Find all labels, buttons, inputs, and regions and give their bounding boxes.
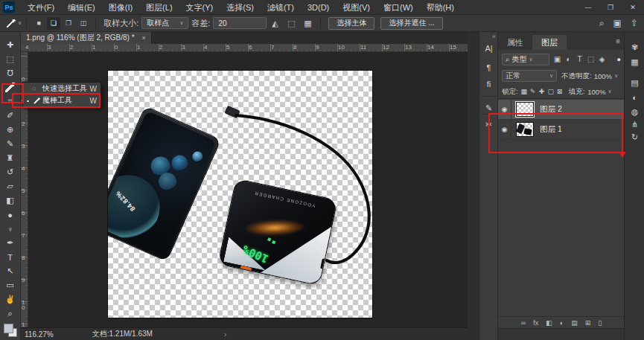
anti-alias-icon[interactable]: ◭ (267, 17, 282, 30)
lasso-tool[interactable]: ℧ (1, 66, 19, 80)
layer-visibility-eye-icon[interactable]: ◉ (498, 120, 511, 139)
magic-wand-tool[interactable] (1, 80, 19, 94)
foreground-color-swatch[interactable] (4, 324, 13, 333)
layer-thumbnail[interactable] (516, 102, 534, 117)
menu-item-7[interactable]: 3D(D) (301, 0, 336, 15)
filter-shape-layers-icon[interactable]: ⬚ (585, 55, 596, 63)
panel-tab-layers[interactable]: 图层 (532, 35, 567, 50)
layer-visibility-eye-icon[interactable]: ◉ (498, 100, 511, 119)
select-subject-button[interactable]: 选择主体 (328, 17, 374, 30)
zoom-tool[interactable]: ⌕ (1, 307, 19, 321)
select-and-mask-button[interactable]: 选择并遮住 ... (380, 17, 442, 30)
delete-layer-icon[interactable]: ▯ (598, 319, 602, 327)
menu-item-5[interactable]: 选择(S) (220, 0, 261, 15)
brush-settings-panel-icon[interactable]: ✎ (479, 103, 498, 113)
layer-effects-icon[interactable]: fx (533, 319, 538, 327)
share-icon[interactable]: ⇧ (631, 18, 638, 28)
zoom-level[interactable]: 116.27% (25, 330, 54, 339)
hand-tool[interactable]: ✌ (1, 292, 19, 307)
panel-tab-properties[interactable]: 属性 (498, 35, 532, 50)
history-brush-tool[interactable]: ↺ (1, 165, 19, 179)
tolerance-input[interactable]: 20 (213, 17, 267, 29)
lock-transparent-icon[interactable]: ▦ (520, 88, 529, 95)
document-tab[interactable]: 1.png @ 116% (图层 2, RGB/8) * × (21, 32, 152, 44)
menu-item-4[interactable]: 文字(Y) (179, 0, 220, 15)
new-selection-icon[interactable]: ■ (32, 17, 45, 30)
layer-filter-select[interactable]: ⌕ 类型 ∨ (502, 54, 549, 65)
gradient-tool[interactable]: ◧ (1, 193, 19, 208)
panel-menu-icon[interactable]: ≡ (616, 37, 620, 45)
menu-item-9[interactable]: 窗口(W) (377, 0, 420, 15)
link-layers-icon[interactable]: ∞ (521, 319, 526, 327)
glyphs-panel-icon[interactable]: ﬁ (479, 80, 498, 89)
history-panel-icon[interactable]: ↻ (625, 132, 644, 142)
sample-size-select[interactable]: 取样点 ∨ (141, 17, 188, 29)
menu-item-3[interactable]: 图层(L) (139, 0, 179, 15)
fill-select[interactable]: 100% ∨ (587, 88, 611, 96)
lock-artboard-icon[interactable]: ▢ (546, 88, 555, 95)
eyedropper-tool[interactable]: ✐ (1, 109, 19, 123)
layer-thumbnail[interactable] (516, 122, 534, 137)
lock-all-icon[interactable]: ⊠ (555, 88, 564, 95)
menu-item-6[interactable]: 滤镜(T) (261, 0, 301, 15)
tool-presets-panel-icon[interactable]: ✂ (479, 120, 498, 129)
pen-tool[interactable]: ✒ (1, 236, 19, 250)
clone-stamp-tool[interactable]: ♜ (1, 151, 19, 165)
adjustments-panel-icon[interactable]: ◐ (625, 93, 644, 102)
brush-tool[interactable]: ✎ (1, 137, 19, 151)
flyout-item-1[interactable]: •魔棒工具W (23, 94, 101, 106)
new-layer-icon[interactable]: ⊞ (585, 319, 591, 327)
paths-panel-icon[interactable]: ⋔ (625, 120, 644, 129)
eraser-tool[interactable]: ▱ (1, 179, 19, 193)
close-button[interactable]: ✕ (622, 0, 644, 15)
layer-group-icon[interactable]: ▤ (571, 319, 578, 327)
paragraph-panel-icon[interactable]: ¶ (479, 63, 498, 72)
expand-panels-icon[interactable]: « (492, 33, 496, 40)
dodge-tool[interactable]: ♀ (1, 222, 19, 236)
menu-item-10[interactable]: 帮助(H) (420, 0, 461, 15)
styles-panel-icon[interactable]: ◍ (625, 107, 644, 117)
chevron-right-icon[interactable]: › (224, 330, 226, 339)
healing-brush-tool[interactable]: ⊕ (1, 123, 19, 137)
current-tool-badge[interactable]: ∨ (6, 19, 22, 28)
menu-item-0[interactable]: 文件(F) (21, 0, 61, 15)
marquee-tool[interactable]: ⬚ (1, 52, 19, 66)
sample-all-layers-icon[interactable]: ▦ (300, 17, 315, 30)
path-select-tool[interactable]: ↖ (1, 264, 19, 278)
filter-pixel-layers-icon[interactable]: ▣ (552, 55, 563, 63)
lock-pixels-icon[interactable]: ✎ (529, 88, 538, 95)
move-tool[interactable]: ✚ (1, 38, 19, 52)
type-tool[interactable]: T (1, 250, 19, 264)
search-icon[interactable]: ⌕ (599, 18, 605, 28)
blur-tool[interactable]: ● (1, 208, 19, 222)
shape-tool[interactable]: ▭ (1, 278, 19, 292)
minimize-button[interactable]: — (577, 0, 599, 15)
canvas[interactable]: 84.82% YOOZONE CHARGER 100% (108, 71, 372, 318)
filter-type-layers-icon[interactable]: T (574, 55, 585, 63)
restore-button[interactable]: ❐ (599, 0, 622, 15)
foreground-background-swatches[interactable] (3, 324, 18, 338)
adjustment-layer-icon[interactable]: ◐ (560, 319, 564, 327)
filter-adjustment-layers-icon[interactable]: ◐ (563, 55, 574, 63)
opacity-select[interactable]: 100% ∨ (594, 72, 618, 80)
blend-mode-select[interactable]: 正常 ∨ (502, 70, 557, 82)
contiguous-icon[interactable]: ⬚ (284, 17, 299, 30)
filter-toggle-icon[interactable]: ● (617, 56, 621, 63)
menu-item-1[interactable]: 编辑(E) (61, 0, 102, 15)
crop-tool[interactable]: ⌗ (1, 94, 19, 109)
swatches-panel-icon[interactable]: ▦ (625, 57, 644, 67)
menu-item-8[interactable]: 视图(V) (336, 0, 377, 15)
intersect-selection-icon[interactable]: ◫ (77, 17, 90, 30)
color-panel-icon[interactable]: ✾ (625, 42, 644, 52)
menu-item-2[interactable]: 图像(I) (102, 0, 139, 15)
add-to-selection-icon[interactable]: ❏ (47, 17, 60, 30)
character-panel-icon[interactable]: A| (479, 44, 498, 53)
workspace-switcher-icon[interactable]: ▣ (613, 18, 622, 28)
layer-mask-icon[interactable]: ◧ (546, 319, 552, 327)
layer-row-图层2[interactable]: ◉图层 2 (498, 100, 625, 120)
layer-row-图层1[interactable]: ◉图层 1 (498, 120, 625, 140)
lock-position-icon[interactable]: ✚ (538, 88, 546, 95)
libraries-panel-icon[interactable]: ▤ (625, 78, 644, 88)
filter-smart-objects-icon[interactable]: ◈ (596, 55, 608, 63)
subtract-from-selection-icon[interactable]: ❐ (62, 17, 75, 30)
